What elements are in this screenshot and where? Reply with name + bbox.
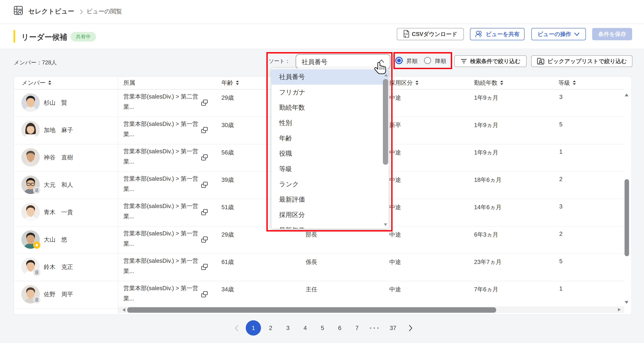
svg-text:CSV: CSV — [404, 33, 408, 35]
